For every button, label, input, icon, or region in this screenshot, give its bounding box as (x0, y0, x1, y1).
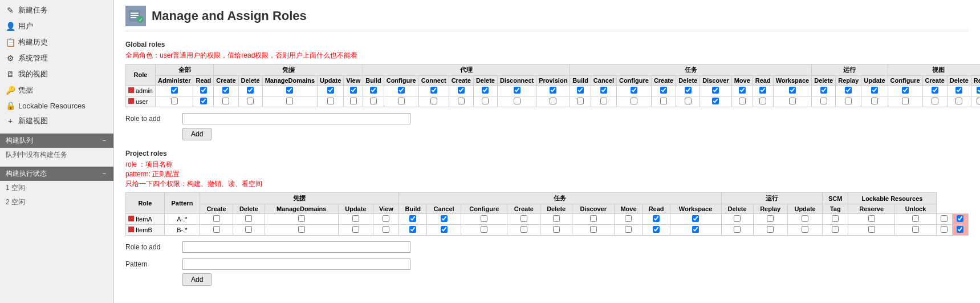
project-role-to-add-input[interactable] (182, 241, 410, 253)
global-role-checkbox[interactable] (631, 98, 637, 104)
project-role-checkbox[interactable] (245, 215, 252, 222)
global-role-checkbox[interactable] (932, 98, 938, 104)
global-role-checkbox[interactable] (712, 98, 719, 104)
global-role-checkbox[interactable] (871, 87, 878, 94)
global-role-checkbox[interactable] (514, 98, 521, 104)
global-role-checkbox[interactable] (739, 98, 746, 104)
global-role-checkbox[interactable] (955, 98, 962, 104)
global-role-checkbox[interactable] (370, 87, 377, 94)
project-role-checkbox[interactable] (298, 215, 305, 222)
global-role-checkbox[interactable] (550, 87, 556, 94)
project-role-checkbox[interactable] (868, 215, 875, 222)
global-role-checkbox[interactable] (845, 98, 852, 104)
project-role-checkbox[interactable] (957, 226, 963, 233)
sidebar-item-users[interactable]: 👤 用户 (0, 18, 113, 34)
project-role-checkbox[interactable] (832, 215, 839, 222)
global-role-checkbox[interactable] (327, 87, 334, 94)
global-role-checkbox[interactable] (932, 87, 938, 94)
project-add-button[interactable]: Add (182, 273, 212, 286)
global-role-checkbox[interactable] (955, 87, 962, 94)
project-pattern-input[interactable] (182, 258, 410, 270)
sidebar-item-lockable[interactable]: 🔒 Lockable Resources (0, 98, 113, 113)
global-role-checkbox[interactable] (660, 87, 667, 94)
project-role-checkbox[interactable] (441, 215, 448, 222)
global-role-checkbox[interactable] (458, 87, 465, 94)
project-role-checkbox[interactable] (653, 215, 660, 222)
project-role-checkbox[interactable] (625, 215, 632, 222)
global-role-checkbox[interactable] (222, 98, 229, 104)
project-role-checkbox[interactable] (802, 215, 808, 222)
project-role-checkbox[interactable] (941, 226, 948, 233)
project-role-checkbox[interactable] (912, 226, 919, 233)
global-role-checkbox[interactable] (600, 87, 607, 94)
project-role-checkbox[interactable] (957, 215, 963, 222)
project-role-checkbox[interactable] (868, 226, 875, 233)
project-role-checkbox[interactable] (734, 215, 741, 222)
project-role-checkbox[interactable] (553, 215, 560, 222)
global-role-checkbox[interactable] (631, 87, 637, 94)
project-role-checkbox[interactable] (213, 226, 220, 233)
global-role-checkbox[interactable] (577, 98, 584, 104)
global-add-button[interactable]: Add (182, 128, 212, 140)
project-role-checkbox[interactable] (734, 226, 741, 233)
global-role-checkbox[interactable] (200, 87, 207, 94)
sidebar-item-credentials[interactable]: 🔑 凭据 (0, 82, 113, 98)
global-role-checkbox[interactable] (845, 87, 852, 94)
global-role-checkbox[interactable] (871, 98, 878, 104)
project-role-checkbox[interactable] (352, 226, 359, 233)
sidebar-item-my-view[interactable]: 🖥 我的视图 (0, 66, 113, 82)
global-role-checkbox[interactable] (247, 87, 254, 94)
project-role-checkbox[interactable] (383, 226, 389, 233)
project-role-checkbox[interactable] (409, 226, 416, 233)
global-role-checkbox[interactable] (200, 98, 207, 104)
global-role-checkbox[interactable] (222, 87, 229, 94)
project-role-checkbox[interactable] (521, 226, 527, 233)
project-role-checkbox[interactable] (941, 215, 948, 222)
project-role-checkbox[interactable] (590, 215, 597, 222)
global-role-checkbox[interactable] (712, 87, 719, 94)
global-role-checkbox[interactable] (398, 87, 405, 94)
project-role-checkbox[interactable] (625, 226, 632, 233)
project-role-checkbox[interactable] (832, 226, 839, 233)
project-role-checkbox[interactable] (383, 215, 389, 222)
project-role-checkbox[interactable] (553, 226, 560, 233)
global-role-checkbox[interactable] (458, 98, 465, 104)
global-role-checkbox[interactable] (660, 98, 667, 104)
project-role-checkbox[interactable] (590, 226, 597, 233)
project-role-checkbox[interactable] (213, 215, 220, 222)
project-role-checkbox[interactable] (692, 215, 699, 222)
project-role-checkbox[interactable] (767, 215, 774, 222)
project-role-checkbox[interactable] (409, 215, 416, 222)
global-role-checkbox[interactable] (482, 87, 489, 94)
global-role-checkbox[interactable] (789, 98, 796, 104)
global-role-checkbox[interactable] (789, 87, 796, 94)
global-role-checkbox[interactable] (685, 98, 692, 104)
project-role-checkbox[interactable] (521, 215, 527, 222)
project-role-checkbox[interactable] (912, 215, 919, 222)
global-role-checkbox[interactable] (902, 98, 909, 104)
project-role-checkbox[interactable] (802, 226, 808, 233)
project-role-checkbox[interactable] (441, 226, 448, 233)
build-status-collapse-icon[interactable]: － (101, 169, 108, 179)
global-role-checkbox[interactable] (482, 98, 489, 104)
global-role-checkbox[interactable] (350, 87, 357, 94)
global-role-checkbox[interactable] (577, 87, 584, 94)
global-role-checkbox[interactable] (286, 87, 293, 94)
global-role-checkbox[interactable] (550, 98, 556, 104)
global-role-checkbox[interactable] (370, 98, 377, 104)
global-role-checkbox[interactable] (977, 87, 980, 94)
global-role-checkbox[interactable] (820, 87, 827, 94)
global-role-checkbox[interactable] (977, 98, 980, 104)
global-role-checkbox[interactable] (820, 98, 827, 104)
global-role-checkbox[interactable] (685, 87, 692, 94)
global-role-checkbox[interactable] (514, 87, 521, 94)
global-role-checkbox[interactable] (171, 87, 178, 94)
global-role-checkbox[interactable] (350, 98, 357, 104)
global-role-checkbox[interactable] (247, 98, 254, 104)
global-role-to-add-input[interactable] (182, 113, 410, 124)
global-role-checkbox[interactable] (327, 98, 334, 104)
project-role-checkbox[interactable] (481, 226, 487, 233)
sidebar-item-new-task[interactable]: ✎ 新建任务 (0, 2, 113, 18)
global-role-checkbox[interactable] (759, 87, 766, 94)
global-role-checkbox[interactable] (430, 98, 437, 104)
